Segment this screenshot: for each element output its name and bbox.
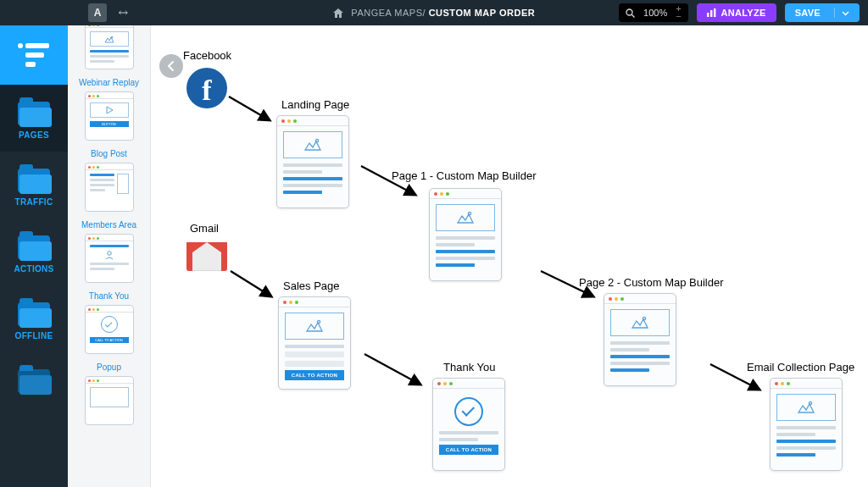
library-item-blog-post[interactable]: Blog Post: [73, 149, 146, 212]
node-label-page1: Page 1 - Custom Map Builder: [392, 169, 537, 182]
svg-rect-3: [710, 10, 712, 17]
library-item-thank-you[interactable]: Thank You CALL TO ACTION: [73, 291, 146, 354]
zoom-control[interactable]: 100% +−: [619, 3, 688, 22]
rail-item-offline[interactable]: OFFLINE: [0, 285, 68, 352]
text-tool-button[interactable]: A: [88, 3, 107, 22]
chart-icon: [707, 8, 716, 17]
rail-item-actions[interactable]: ACTIONS: [0, 219, 68, 285]
svg-point-0: [626, 9, 632, 15]
app-logo[interactable]: [0, 25, 68, 85]
page-thumbnail: BUTTON: [85, 91, 134, 141]
svg-rect-7: [25, 53, 44, 58]
page-thumbnail: [85, 234, 134, 283]
node-label-page2: Page 2 - Custom Map Builder: [579, 276, 724, 289]
rail-item-pages[interactable]: PAGES: [0, 85, 68, 152]
gmail-icon[interactable]: [186, 242, 227, 271]
breadcrumb: PANGEA MAPS/ CUSTOM MAP ORDER: [333, 8, 535, 18]
node-thank-you[interactable]: CALL TO ACTION: [432, 378, 505, 471]
node-sales-page[interactable]: CALL TO ACTION: [278, 296, 351, 390]
top-bar: A ⤢ PANGEA MAPS/ CUSTOM MAP ORDER 100% +…: [0, 0, 868, 25]
library-item[interactable]: [73, 25, 146, 69]
node-label-gmail: Gmail: [190, 222, 219, 235]
svg-line-19: [364, 354, 420, 385]
svg-point-11: [315, 139, 318, 141]
folder-icon: [18, 369, 50, 393]
svg-point-15: [809, 401, 811, 404]
page-thumbnail: CALL TO ACTION: [85, 305, 134, 354]
analyze-button[interactable]: ANALYZE: [697, 3, 776, 22]
folder-icon: [18, 302, 50, 326]
page-thumbnail: [85, 25, 134, 69]
svg-point-13: [317, 320, 320, 323]
search-icon: [626, 8, 635, 18]
folder-icon: [18, 235, 50, 259]
zoom-value: 100%: [643, 8, 667, 18]
canvas[interactable]: Facebook f Gmail Landing Page Page 1 - C…: [151, 25, 868, 487]
side-rail: PAGES TRAFFIC ACTIONS OFFLINE: [0, 25, 68, 487]
rail-item-extra[interactable]: [0, 352, 68, 393]
chevron-left-icon: [167, 60, 175, 72]
page-thumbnail: [85, 163, 134, 212]
chevron-down-icon[interactable]: [834, 8, 849, 18]
flow-arrows: [151, 25, 868, 487]
svg-line-18: [231, 271, 271, 296]
node-landing-page[interactable]: [276, 115, 349, 208]
svg-rect-4: [714, 8, 715, 17]
node-label-thankyou: Thank You: [443, 361, 495, 374]
svg-rect-2: [707, 13, 709, 17]
svg-point-9: [111, 36, 113, 38]
zoom-stepper[interactable]: +−: [676, 5, 681, 20]
page-thumbnail: [85, 376, 134, 425]
svg-point-5: [18, 43, 23, 48]
library-item-webinar-replay[interactable]: Webinar Replay BUTTON: [73, 78, 146, 141]
facebook-icon[interactable]: f: [186, 68, 227, 108]
library-item-popup[interactable]: Popup: [73, 362, 146, 425]
node-email-collection[interactable]: [770, 378, 843, 471]
svg-rect-6: [25, 43, 49, 48]
folder-icon: [18, 102, 50, 125]
node-page1[interactable]: [429, 188, 502, 281]
library-item-members-area[interactable]: Members Area: [73, 220, 146, 283]
node-label-email: Email Collection Page: [747, 361, 854, 374]
save-button[interactable]: SAVE: [785, 3, 860, 22]
svg-line-16: [229, 97, 270, 120]
library-panel: Webinar Replay BUTTON Blog Post Members …: [68, 25, 151, 487]
svg-rect-8: [25, 62, 36, 67]
node-label-sales: Sales Page: [283, 279, 340, 292]
node-label-facebook: Facebook: [183, 49, 231, 62]
svg-line-1: [632, 14, 634, 17]
node-label-landing: Landing Page: [281, 98, 349, 111]
svg-point-14: [643, 317, 645, 319]
svg-point-10: [107, 252, 111, 256]
svg-point-12: [468, 212, 470, 214]
rail-item-traffic[interactable]: TRAFFIC: [0, 152, 68, 219]
expand-icon[interactable]: ⤢: [115, 4, 132, 21]
home-icon: [333, 8, 343, 18]
back-button[interactable]: [159, 54, 183, 78]
node-page2[interactable]: [604, 293, 676, 386]
folder-icon: [18, 169, 50, 192]
